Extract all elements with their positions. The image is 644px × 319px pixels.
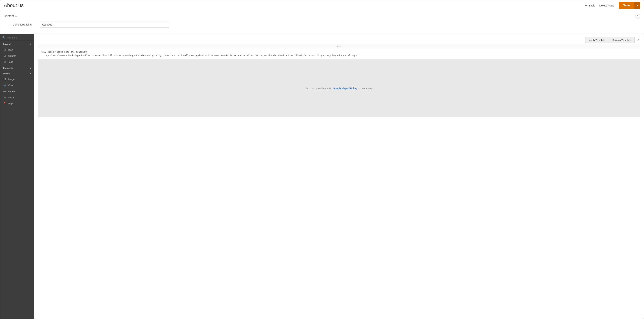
map-message-suffix: to use a map. <box>357 87 373 90</box>
sidebar-item-map-label: Map <box>8 102 12 105</box>
search-box: 🔍 <box>0 34 34 41</box>
sidebar-item-slider-label: Slider <box>8 96 14 99</box>
edit-icon[interactable]: ✏ <box>15 15 18 18</box>
apply-template-button[interactable]: Apply Template <box>585 37 608 43</box>
back-link[interactable]: ← Back <box>584 4 594 7</box>
save-button-group: Save ▼ <box>619 2 640 9</box>
search-icon: 🔍 <box>2 36 6 39</box>
content-heading-input[interactable] <box>40 22 169 28</box>
sidebar-item-map[interactable]: 📍 Map <box>0 100 34 106</box>
video-icon: 📹 <box>3 84 6 86</box>
google-maps-api-key-link[interactable]: Google Maps API key <box>333 87 357 90</box>
chevron-up-icon: ∧ <box>30 43 32 46</box>
map-icon: 📍 <box>3 102 6 105</box>
sidebar-item-tabs[interactable]: ⊞ Tabs <box>0 59 34 65</box>
sidebar-section-layout[interactable]: Layout ∧ <box>0 41 34 46</box>
sidebar-section-elements[interactable]: Elements ∨ <box>0 65 34 70</box>
save-dropdown-button[interactable]: ▼ <box>634 2 640 9</box>
sidebar-item-slider[interactable]: ⊡ Slider <box>0 94 34 100</box>
tabs-icon: ⊞ <box>3 60 6 63</box>
sidebar-item-column-label: Column <box>8 54 16 57</box>
page-header: About us ← Back Delete Page Save ▼ <box>0 0 644 11</box>
chevron-up-icon: ⌃ <box>637 15 639 18</box>
expand-button[interactable]: ⤢ <box>636 38 640 43</box>
content-section-label: Content <box>4 14 14 18</box>
main-content: Apply Template Save as Template ⤢ ROW <d… <box>34 34 644 319</box>
content-heading-row: Content Heading <box>4 22 640 28</box>
sidebar-item-video[interactable]: 📹 Video <box>0 82 34 88</box>
sidebar-item-row[interactable]: ☐ Row <box>0 46 34 53</box>
map-message: You must provide a valid Google Maps API… <box>305 87 373 90</box>
sidebar-section-elements-label: Elements <box>3 67 14 69</box>
chevron-down-icon: ▼ <box>636 4 638 7</box>
back-arrow-icon: ← <box>584 4 588 7</box>
banner-icon: ▬ <box>3 90 6 93</box>
sidebar-item-row-label: Row <box>8 48 13 51</box>
content-section: Content ✏ ⌃ Content Heading <box>0 11 644 34</box>
sidebar-section-media[interactable]: Media ∧ <box>0 70 34 76</box>
editor-container: ROW <div class="about-info cms-content">… <box>38 44 640 117</box>
back-label: Back <box>589 4 594 7</box>
sidebar-section-media-label: Media <box>3 72 10 75</box>
map-placeholder: You must provide a valid Google Maps API… <box>38 60 640 117</box>
sidebar-item-video-label: Video <box>8 84 14 86</box>
sidebar-item-tabs-label: Tabs <box>8 60 13 63</box>
sidebar-item-image-label: Image <box>8 78 14 80</box>
chevron-down-icon: ∨ <box>30 67 32 69</box>
slider-icon: ⊡ <box>3 96 6 99</box>
template-actions: Apply Template Save as Template ⤢ <box>38 37 640 43</box>
search-input[interactable] <box>6 36 32 39</box>
content-label-row: Content ✏ ⌃ <box>4 14 640 19</box>
content-heading-label: Content Heading <box>13 23 36 26</box>
page-title: About us <box>4 2 24 8</box>
row-icon: ☐ <box>3 48 6 51</box>
sidebar: 🔍 Layout ∧ ☐ Row ⊟ Column ⊞ Tabs <box>0 34 34 319</box>
save-button[interactable]: Save <box>619 2 634 9</box>
collapse-button[interactable]: ⌃ <box>635 14 640 19</box>
expand-icon: ⤢ <box>637 38 640 42</box>
header-actions: ← Back Delete Page Save ▼ <box>584 2 640 9</box>
delete-page-button[interactable]: Delete Page <box>598 3 616 8</box>
save-as-template-button[interactable]: Save as Template <box>608 37 635 43</box>
chevron-up-icon: ∧ <box>30 72 32 75</box>
image-icon: 🖼 <box>3 78 6 80</box>
map-message-prefix: You must provide a valid <box>305 87 333 90</box>
builder-area: 🔍 Layout ∧ ☐ Row ⊟ Column ⊞ Tabs <box>0 34 644 319</box>
sidebar-item-banner-label: Banner <box>8 90 16 93</box>
column-icon: ⊟ <box>3 54 6 57</box>
page-wrapper: About us ← Back Delete Page Save ▼ Conte… <box>0 0 644 319</box>
sidebar-item-image[interactable]: 🖼 Image <box>0 76 34 82</box>
row-label: ROW <box>38 45 640 48</box>
sidebar-item-banner[interactable]: ▬ Banner <box>0 88 34 94</box>
sidebar-section-layout-label: Layout <box>3 43 11 46</box>
sidebar-item-column[interactable]: ⊟ Column <box>0 53 34 59</box>
code-area[interactable]: <div class="about-info cms-content"> <p … <box>38 48 640 60</box>
